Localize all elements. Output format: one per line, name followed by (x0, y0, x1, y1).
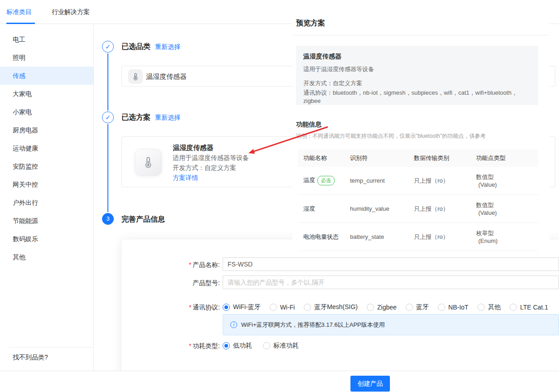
cannot-find-category-link[interactable]: 找不到品类? (13, 353, 48, 362)
solution-desc: 适用于温湿度传感器等设备 (173, 153, 249, 163)
radio-other[interactable]: 其他 (477, 303, 501, 311)
radio-nbiot[interactable]: NB-IoT (438, 304, 468, 311)
solution-name: 温湿度传感器 (173, 143, 249, 153)
step2-reselect-link[interactable]: 重新选择 (155, 114, 180, 122)
function-name: 电池电量状态 (298, 233, 345, 241)
function-info-note: 说明：不同通讯能力可能支持功能点不同，仅展示"bluetooth"的功能点，供参… (296, 132, 486, 140)
selected-category-name: 温湿度传感器 (146, 66, 187, 87)
preview-panel-title: 预览方案 (296, 19, 325, 28)
sidebar-divider (9, 347, 93, 348)
function-info-title: 功能信息 (296, 121, 321, 129)
function-name: 湿度 (298, 205, 345, 213)
sidebar-item-kitchen[interactable]: 厨房电器 (0, 121, 93, 139)
radio-zigbee[interactable]: Zigbee (367, 304, 397, 311)
create-product-page: 标准类目 行业解决方案 电工 照明 传感 大家电 小家电 厨房电器 运动健康 安… (0, 0, 559, 392)
required-badge: 必选 (317, 176, 335, 185)
sidebar-item-other[interactable]: 其他 (0, 248, 93, 266)
radio-circle-icon (477, 304, 485, 311)
create-product-button[interactable]: 创建产品 (350, 376, 390, 392)
radio-circle-icon (223, 342, 230, 349)
table-row: 电池电量状态 battery_state 只上报（ro） 枚举型(Enum) (298, 223, 538, 251)
preview-protocols: 通讯协议：bluetooth，nb-iot，sigmesh，subpieces，… (303, 89, 531, 105)
function-type: 数值型(Value) (471, 173, 538, 189)
table-row: 湿度 humidity_value 只上报（ro） 数值型(Value) (298, 195, 538, 223)
required-star: * (189, 261, 191, 268)
sidebar-item-large-appliance[interactable]: 大家电 (0, 85, 93, 103)
radio-circle-icon (510, 304, 517, 311)
solution-dev-mode: 开发方式：自定义方案 (173, 163, 249, 173)
function-transfer: 只上报（ro） (408, 205, 471, 213)
thermometer-icon (128, 69, 143, 84)
sidebar-item-outdoor[interactable]: 户外出行 (0, 194, 93, 212)
radio-standard-power[interactable]: 标准功耗 (263, 342, 299, 350)
radio-circle-icon (367, 304, 374, 311)
required-star: * (189, 304, 191, 311)
function-type: 数值型(Value) (471, 201, 538, 217)
step1-check-icon: ✓ (102, 41, 114, 53)
preview-dev-mode: 开发方式：自定义方案 (303, 79, 531, 87)
function-name: 温度 (303, 177, 315, 184)
step1-title: 已选品类 (122, 42, 151, 52)
step3-title: 完善产品信息 (122, 215, 165, 224)
product-name-label: *产品名称: (165, 261, 220, 269)
radio-circle-icon (263, 342, 270, 349)
product-model-input[interactable] (223, 276, 559, 289)
function-type: 枚举型(Enum) (471, 229, 538, 245)
radio-circle-icon (304, 304, 311, 311)
product-name-input[interactable] (223, 257, 559, 271)
sidebar-item-lighting[interactable]: 照明 (0, 48, 93, 67)
radio-circle-icon (438, 304, 445, 311)
radio-wifi[interactable]: Wi-Fi (270, 304, 295, 311)
function-table: 功能名称 识别符 数据传输类别 功能点类型 温度必选 temp_current … (298, 150, 538, 251)
function-table-header: 功能名称 识别符 数据传输类别 功能点类型 (298, 150, 538, 167)
sidebar-item-energy[interactable]: 节能能源 (0, 212, 93, 230)
function-code: battery_state (345, 233, 408, 240)
function-code: humidity_value (345, 205, 408, 212)
col-dp-type: 功能点类型 (471, 154, 538, 162)
power-type-radio-group: 低功耗 标准功耗 (223, 342, 299, 350)
sidebar-item-sensor[interactable]: 传感 (0, 67, 93, 85)
function-transfer: 只上报（ro） (408, 233, 471, 241)
preview-solution-desc: 适用于温湿度传感器等设备 (303, 65, 531, 73)
preview-title-divider (292, 35, 549, 35)
protocol-label: *通讯协议: (165, 304, 220, 312)
radio-circle-icon (270, 304, 277, 311)
preview-solution-summary: 温湿度传感器 适用于温湿度传感器等设备 开发方式：自定义方案 通讯协议：blue… (296, 46, 538, 105)
radio-bluetooth[interactable]: 蓝牙 (406, 303, 429, 311)
sidebar-item-entertainment[interactable]: 数码娱乐 (0, 230, 93, 248)
step2-check-icon: ✓ (102, 111, 114, 123)
solution-info: 温湿度传感器 适用于温湿度传感器等设备 开发方式：自定义方案 方案详情 (173, 143, 249, 183)
sidebar-item-security[interactable]: 安防监控 (0, 157, 93, 175)
footer-bar: 创建产品 (0, 371, 559, 392)
tab-industry-solution[interactable]: 行业解决方案 (52, 8, 90, 16)
radio-lte-cat1[interactable]: LTE Cat.1 (510, 304, 548, 311)
step-connector-2 (107, 124, 108, 212)
preview-solution-panel: 预览方案 温湿度传感器 适用于温湿度传感器等设备 开发方式：自定义方案 通讯协议… (292, 0, 549, 252)
info-icon: i (230, 321, 237, 328)
sidebar-item-gateway[interactable]: 网关中控 (0, 175, 93, 194)
table-row: 温度必选 temp_current 只上报（ro） 数值型(Value) (298, 167, 538, 195)
radio-circle-icon (223, 304, 230, 311)
step3-number: 3 (102, 213, 114, 225)
radio-bt-mesh[interactable]: 蓝牙Mesh(SIG) (304, 303, 358, 311)
function-transfer: 只上报（ro） (408, 177, 471, 185)
step1-reselect-link[interactable]: 重新选择 (155, 43, 180, 51)
tab-standard-category[interactable]: 标准类目 (6, 8, 32, 16)
sidebar-item-electrical[interactable]: 电工 (0, 30, 93, 48)
protocol-hint-box: i WiFi+蓝牙联网方式，推荐搭配3.17.6以上APP版本使用 (223, 314, 559, 335)
sidebar-item-health[interactable]: 运动健康 (0, 139, 93, 157)
radio-wifi-bt[interactable]: WiFi-蓝牙 (223, 303, 261, 311)
sidebar-item-small-appliance[interactable]: 小家电 (0, 103, 93, 121)
step-connector-1 (107, 53, 108, 111)
radio-circle-icon (406, 304, 413, 311)
protocol-hint-text: WiFi+蓝牙联网方式，推荐搭配3.17.6以上APP版本使用 (241, 321, 385, 329)
product-model-label: 产品型号: (165, 279, 220, 287)
col-identifier: 识别符 (345, 154, 408, 162)
solution-detail-link[interactable]: 方案详情 (173, 173, 249, 183)
col-function-name: 功能名称 (298, 154, 345, 162)
function-code: temp_current (345, 177, 408, 184)
preview-solution-name: 温湿度传感器 (303, 52, 531, 60)
radio-low-power[interactable]: 低功耗 (223, 342, 252, 350)
thermometer-icon (135, 149, 162, 176)
required-star: * (189, 342, 191, 349)
